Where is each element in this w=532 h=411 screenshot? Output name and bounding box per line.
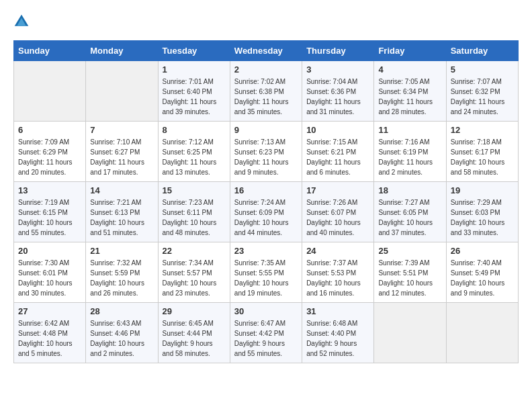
calendar-cell: 18Sunrise: 7:27 AM Sunset: 6:05 PM Dayli… xyxy=(374,182,446,242)
calendar-cell: 6Sunrise: 7:09 AM Sunset: 6:29 PM Daylig… xyxy=(14,122,86,182)
day-info: Sunrise: 7:13 AM Sunset: 6:23 PM Dayligh… xyxy=(234,137,298,177)
day-info: Sunrise: 7:05 AM Sunset: 6:34 PM Dayligh… xyxy=(378,77,441,117)
day-info: Sunrise: 7:16 AM Sunset: 6:19 PM Dayligh… xyxy=(378,137,441,177)
page-header xyxy=(13,13,519,30)
day-number: 7 xyxy=(90,125,153,135)
day-number: 23 xyxy=(234,246,298,256)
logo xyxy=(13,13,32,30)
calendar-cell: 5Sunrise: 7:07 AM Sunset: 6:32 PM Daylig… xyxy=(446,61,518,122)
day-number: 2 xyxy=(234,64,298,75)
calendar-cell: 1Sunrise: 7:01 AM Sunset: 6:40 PM Daylig… xyxy=(158,61,230,122)
logo-icon xyxy=(13,13,30,30)
day-number: 21 xyxy=(90,246,153,256)
day-number: 1 xyxy=(163,64,226,75)
day-info: Sunrise: 7:24 AM Sunset: 6:09 PM Dayligh… xyxy=(234,197,298,238)
day-info: Sunrise: 7:12 AM Sunset: 6:25 PM Dayligh… xyxy=(163,137,226,177)
weekday-header: Tuesday xyxy=(158,41,230,61)
day-number: 26 xyxy=(451,246,514,256)
day-number: 27 xyxy=(18,306,81,316)
day-number: 3 xyxy=(306,64,369,75)
calendar-cell xyxy=(14,61,86,122)
calendar-cell: 23Sunrise: 7:35 AM Sunset: 5:55 PM Dayli… xyxy=(230,242,302,303)
calendar-cell: 14Sunrise: 7:21 AM Sunset: 6:13 PM Dayli… xyxy=(86,182,158,242)
day-number: 19 xyxy=(451,185,514,195)
calendar-week-row: 1Sunrise: 7:01 AM Sunset: 6:40 PM Daylig… xyxy=(14,61,519,122)
calendar-week-row: 20Sunrise: 7:30 AM Sunset: 6:01 PM Dayli… xyxy=(14,242,519,303)
day-number: 5 xyxy=(451,64,514,75)
day-info: Sunrise: 7:29 AM Sunset: 6:03 PM Dayligh… xyxy=(451,197,514,238)
calendar-cell: 17Sunrise: 7:26 AM Sunset: 6:07 PM Dayli… xyxy=(302,182,374,242)
day-info: Sunrise: 6:43 AM Sunset: 4:46 PM Dayligh… xyxy=(90,318,153,359)
day-info: Sunrise: 7:15 AM Sunset: 6:21 PM Dayligh… xyxy=(306,137,369,177)
day-info: Sunrise: 7:27 AM Sunset: 6:05 PM Dayligh… xyxy=(378,197,441,238)
day-number: 20 xyxy=(18,246,81,256)
day-number: 22 xyxy=(163,246,226,256)
day-number: 6 xyxy=(18,125,81,135)
calendar-cell: 11Sunrise: 7:16 AM Sunset: 6:19 PM Dayli… xyxy=(374,122,446,182)
calendar-cell: 7Sunrise: 7:10 AM Sunset: 6:27 PM Daylig… xyxy=(86,122,158,182)
day-info: Sunrise: 7:26 AM Sunset: 6:07 PM Dayligh… xyxy=(306,197,369,238)
calendar-cell: 12Sunrise: 7:18 AM Sunset: 6:17 PM Dayli… xyxy=(446,122,518,182)
day-number: 18 xyxy=(378,185,441,195)
calendar-table: SundayMondayTuesdayWednesdayThursdayFrid… xyxy=(13,40,519,363)
day-info: Sunrise: 7:23 AM Sunset: 6:11 PM Dayligh… xyxy=(163,197,226,238)
day-number: 24 xyxy=(306,246,369,256)
day-info: Sunrise: 7:30 AM Sunset: 6:01 PM Dayligh… xyxy=(18,258,81,298)
day-number: 14 xyxy=(90,185,153,195)
calendar-week-row: 27Sunrise: 6:42 AM Sunset: 4:48 PM Dayli… xyxy=(14,303,519,363)
calendar-cell: 8Sunrise: 7:12 AM Sunset: 6:25 PM Daylig… xyxy=(158,122,230,182)
day-number: 17 xyxy=(306,185,369,195)
calendar-cell xyxy=(374,303,446,363)
calendar-cell: 4Sunrise: 7:05 AM Sunset: 6:34 PM Daylig… xyxy=(374,61,446,122)
day-info: Sunrise: 6:45 AM Sunset: 4:44 PM Dayligh… xyxy=(163,318,226,359)
day-info: Sunrise: 6:42 AM Sunset: 4:48 PM Dayligh… xyxy=(18,318,81,359)
day-info: Sunrise: 7:21 AM Sunset: 6:13 PM Dayligh… xyxy=(90,197,153,238)
calendar-cell: 21Sunrise: 7:32 AM Sunset: 5:59 PM Dayli… xyxy=(86,242,158,303)
day-info: Sunrise: 7:32 AM Sunset: 5:59 PM Dayligh… xyxy=(90,258,153,298)
calendar-cell: 26Sunrise: 7:40 AM Sunset: 5:49 PM Dayli… xyxy=(446,242,518,303)
day-info: Sunrise: 7:04 AM Sunset: 6:36 PM Dayligh… xyxy=(306,77,369,117)
day-number: 16 xyxy=(234,185,298,195)
calendar-cell: 27Sunrise: 6:42 AM Sunset: 4:48 PM Dayli… xyxy=(14,303,86,363)
calendar-cell: 30Sunrise: 6:47 AM Sunset: 4:42 PM Dayli… xyxy=(230,303,302,363)
day-number: 12 xyxy=(451,125,514,135)
weekday-header: Saturday xyxy=(446,41,518,61)
day-number: 13 xyxy=(18,185,81,195)
day-info: Sunrise: 7:10 AM Sunset: 6:27 PM Dayligh… xyxy=(90,137,153,177)
weekday-header: Friday xyxy=(374,41,446,61)
day-info: Sunrise: 7:07 AM Sunset: 6:32 PM Dayligh… xyxy=(451,77,514,117)
calendar-cell: 9Sunrise: 7:13 AM Sunset: 6:23 PM Daylig… xyxy=(230,122,302,182)
day-number: 28 xyxy=(90,306,153,316)
day-number: 10 xyxy=(306,125,369,135)
calendar-cell: 25Sunrise: 7:39 AM Sunset: 5:51 PM Dayli… xyxy=(374,242,446,303)
day-number: 31 xyxy=(306,306,369,316)
weekday-header: Sunday xyxy=(14,41,86,61)
day-info: Sunrise: 7:35 AM Sunset: 5:55 PM Dayligh… xyxy=(234,258,298,298)
day-number: 8 xyxy=(163,125,226,135)
day-info: Sunrise: 7:09 AM Sunset: 6:29 PM Dayligh… xyxy=(18,137,81,177)
day-number: 9 xyxy=(234,125,298,135)
day-info: Sunrise: 6:47 AM Sunset: 4:42 PM Dayligh… xyxy=(234,318,298,359)
calendar-cell xyxy=(86,61,158,122)
day-info: Sunrise: 7:34 AM Sunset: 5:57 PM Dayligh… xyxy=(163,258,226,298)
calendar-cell: 10Sunrise: 7:15 AM Sunset: 6:21 PM Dayli… xyxy=(302,122,374,182)
calendar-cell: 3Sunrise: 7:04 AM Sunset: 6:36 PM Daylig… xyxy=(302,61,374,122)
day-info: Sunrise: 7:01 AM Sunset: 6:40 PM Dayligh… xyxy=(163,77,226,117)
day-number: 15 xyxy=(163,185,226,195)
day-info: Sunrise: 7:37 AM Sunset: 5:53 PM Dayligh… xyxy=(306,258,369,298)
day-info: Sunrise: 7:18 AM Sunset: 6:17 PM Dayligh… xyxy=(451,137,514,177)
calendar-cell: 16Sunrise: 7:24 AM Sunset: 6:09 PM Dayli… xyxy=(230,182,302,242)
calendar-cell: 24Sunrise: 7:37 AM Sunset: 5:53 PM Dayli… xyxy=(302,242,374,303)
calendar-cell xyxy=(446,303,518,363)
calendar-week-row: 6Sunrise: 7:09 AM Sunset: 6:29 PM Daylig… xyxy=(14,122,519,182)
day-info: Sunrise: 7:19 AM Sunset: 6:15 PM Dayligh… xyxy=(18,197,81,238)
calendar-cell: 31Sunrise: 6:48 AM Sunset: 4:40 PM Dayli… xyxy=(302,303,374,363)
calendar-cell: 29Sunrise: 6:45 AM Sunset: 4:44 PM Dayli… xyxy=(158,303,230,363)
day-number: 25 xyxy=(378,246,441,256)
weekday-header: Thursday xyxy=(302,41,374,61)
calendar-cell: 28Sunrise: 6:43 AM Sunset: 4:46 PM Dayli… xyxy=(86,303,158,363)
day-info: Sunrise: 7:02 AM Sunset: 6:38 PM Dayligh… xyxy=(234,77,298,117)
day-info: Sunrise: 7:39 AM Sunset: 5:51 PM Dayligh… xyxy=(378,258,441,298)
calendar-cell: 22Sunrise: 7:34 AM Sunset: 5:57 PM Dayli… xyxy=(158,242,230,303)
calendar-cell: 2Sunrise: 7:02 AM Sunset: 6:38 PM Daylig… xyxy=(230,61,302,122)
